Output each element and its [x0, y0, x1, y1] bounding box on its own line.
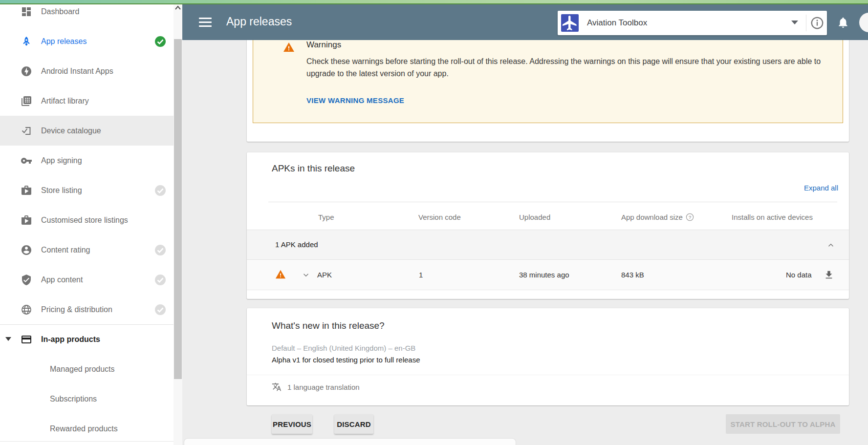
sidebar-divider: [0, 441, 174, 442]
sidebar-item-label: Managed products: [50, 365, 115, 374]
gray-check-badge-icon: [154, 304, 166, 316]
translations-row: 1 language translation: [272, 381, 360, 392]
sidebar-item-label: App content: [41, 275, 83, 284]
main-content: Warnings Check these warnings before sta…: [182, 40, 868, 445]
sidebar-item-rewarded-products[interactable]: Rewarded products: [0, 414, 174, 444]
sidebar-item-android-instant-apps[interactable]: Android Instant Apps: [0, 56, 174, 86]
instant-apps-icon: [21, 65, 32, 77]
table-divider: [268, 202, 837, 202]
sidebar-item-app-releases[interactable]: App releases: [0, 26, 174, 56]
column-header-download-size: App download size?: [621, 213, 694, 221]
help-icon[interactable]: ?: [686, 213, 694, 221]
sidebar-item-device-catalogue[interactable]: Device catalogue: [0, 116, 174, 146]
sidebar-item-label: Pricing & distribution: [41, 305, 112, 314]
store-listings-icon: [21, 214, 32, 226]
person-circle-icon: [21, 244, 32, 256]
start-rollout-button[interactable]: START ROLL-OUT TO ALPHA: [726, 414, 840, 434]
translations-count: 1 language translation: [287, 383, 360, 391]
apk-table-row: APK 1 38 minutes ago 843 kB No data: [247, 260, 849, 290]
page-title: App releases: [226, 15, 292, 28]
expand-all-link[interactable]: Expand all: [804, 184, 838, 192]
warnings-body: Check these warnings before starting the…: [306, 55, 840, 80]
column-header-uploaded: Uploaded: [519, 213, 550, 221]
sidebar-item-label: Customised store listings: [41, 216, 128, 225]
apk-warning-triangle-icon: [275, 269, 286, 280]
apk-group-label: 1 APK added: [275, 240, 318, 249]
sidebar-item-label: Rewarded products: [50, 424, 118, 433]
sidebar-item-label: Device catalogue: [41, 127, 101, 135]
sidebar-item-label: App signing: [41, 156, 82, 165]
warnings-card: Warnings Check these warnings before sta…: [247, 40, 849, 142]
credit-card-icon: [21, 334, 32, 345]
gray-check-badge-icon: [154, 244, 166, 256]
sidebar-item-customised-store-listings[interactable]: Customised store listings: [0, 205, 174, 235]
sidebar-item-label: Android Instant Apps: [41, 67, 113, 76]
bottom-popup-edge: [184, 438, 516, 445]
sidebar-item-in-app-products[interactable]: In-app products: [0, 324, 174, 354]
scrollbar-thumb[interactable]: [174, 39, 182, 379]
sidebar-item-managed-products[interactable]: Managed products: [0, 354, 174, 384]
artifact-library-icon: [21, 95, 32, 107]
apks-title: APKs in this release: [272, 163, 355, 174]
dropdown-caret-icon: [791, 21, 798, 24]
apk-group-row[interactable]: 1 APK added: [247, 230, 849, 260]
warning-panel: Warnings Check these warnings before sta…: [253, 40, 843, 123]
apk-uploaded-cell: 38 minutes ago: [519, 271, 569, 279]
sidebar-item-store-listing[interactable]: Store listing: [0, 175, 174, 205]
release-notes-text: Alpha v1 for closed testing prior to ful…: [272, 356, 420, 364]
sidebar-item-label: Content rating: [41, 246, 90, 254]
whats-new-card: What's new in this release? Default – En…: [247, 308, 849, 405]
sidebar-scrollbar[interactable]: [174, 4, 182, 445]
discard-button[interactable]: DISCARD: [334, 414, 373, 434]
sidebar-item-label: Subscriptions: [50, 395, 97, 403]
sidebar-nav-list: Dashboard App releases: [0, 4, 174, 444]
chevron-down-icon[interactable]: [302, 271, 310, 279]
app-header: App releases Aviation Toolbox: [182, 4, 868, 40]
column-header-installs: Installs on active devices: [732, 213, 813, 221]
desktop-strip: [0, 0, 868, 4]
shield-check-icon: [21, 274, 32, 286]
column-header-type: Type: [318, 213, 334, 221]
svg-text:?: ?: [689, 215, 691, 220]
notifications-bell-icon[interactable]: [837, 16, 849, 29]
apk-download-size-link[interactable]: 843 kB: [621, 271, 644, 279]
release-notes-locale: Default – English (United Kingdom) – en-…: [272, 344, 415, 352]
sidebar-item-app-content[interactable]: App content: [0, 265, 174, 295]
whats-new-title: What's new in this release?: [272, 320, 385, 331]
column-header-download-size-label: App download size: [621, 213, 683, 221]
column-header-version-code: Version code: [418, 213, 461, 221]
download-icon[interactable]: [824, 270, 834, 280]
sidebar-item-app-signing[interactable]: App signing: [0, 146, 174, 175]
selected-app-name: Aviation Toolbox: [587, 18, 647, 28]
menu-icon[interactable]: [199, 16, 212, 28]
sidebar-item-subscriptions[interactable]: Subscriptions: [0, 384, 174, 414]
sidebar-item-label: Store listing: [41, 186, 82, 195]
app-selector-dropdown[interactable]: Aviation Toolbox: [558, 11, 827, 35]
sidebar-item-label: App releases: [41, 37, 87, 46]
sidebar-item-label: Artifact library: [41, 97, 89, 106]
sidebar: Dashboard App releases: [0, 4, 174, 445]
sidebar-item-artifact-library[interactable]: Artifact library: [0, 86, 174, 116]
globe-icon: [21, 304, 32, 316]
apk-installs-cell: No data: [786, 271, 812, 279]
scrollbar-up-button[interactable]: [174, 4, 182, 15]
gray-check-badge-icon: [154, 185, 166, 196]
translate-icon: [272, 382, 282, 392]
sidebar-item-content-rating[interactable]: Content rating: [0, 235, 174, 265]
info-icon[interactable]: [810, 16, 825, 30]
view-warning-message-link[interactable]: VIEW WARNING MESSAGE: [306, 96, 404, 105]
green-check-badge-icon: [154, 36, 166, 47]
user-avatar[interactable]: [859, 13, 868, 32]
chevron-up-icon[interactable]: [826, 241, 835, 250]
sidebar-item-pricing-distribution[interactable]: Pricing & distribution: [0, 295, 174, 324]
device-catalogue-icon: [21, 125, 32, 137]
apks-card: APKs in this release Expand all Type Ver…: [247, 152, 849, 299]
dashboard-icon: [21, 6, 32, 18]
selector-divider: [806, 15, 806, 31]
sidebar-item-dashboard[interactable]: Dashboard: [0, 4, 174, 26]
previous-button[interactable]: PREVIOUS: [272, 414, 312, 434]
apk-type-cell: APK: [317, 271, 332, 279]
play-console-window: Dashboard App releases: [0, 0, 868, 445]
collapse-triangle-icon[interactable]: [5, 337, 11, 341]
whats-new-divider: [247, 375, 849, 375]
